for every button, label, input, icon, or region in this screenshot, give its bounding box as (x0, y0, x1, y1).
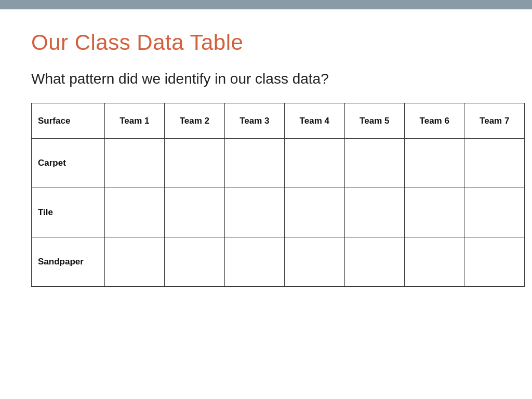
row-2-team-6 (405, 237, 464, 287)
row-0-team-1 (104, 139, 164, 188)
row-0-team-7 (464, 139, 525, 188)
row-0-label: Carpet (32, 139, 105, 188)
row-1-team-3 (224, 188, 284, 237)
subtitle: What pattern did we identify in our clas… (31, 71, 501, 87)
row-2-team-2 (165, 237, 224, 287)
row-0-team-2 (165, 139, 224, 188)
table-col-team-6: Team 6 (405, 103, 464, 139)
row-1-label: Tile (32, 188, 105, 237)
row-1-team-6 (405, 188, 464, 237)
page-title: Our Class Data Table (31, 30, 501, 55)
row-0-team-5 (344, 139, 404, 188)
row-2-team-3 (224, 237, 284, 287)
table-row: Sandpaper (32, 237, 525, 287)
row-1-team-1 (104, 188, 164, 237)
table-col-surface: Surface (32, 103, 105, 139)
table-header-row: SurfaceTeam 1Team 2Team 3Team 4Team 5Tea… (32, 103, 525, 139)
table-col-team-7: Team 7 (464, 103, 525, 139)
table-col-team-3: Team 3 (224, 103, 284, 139)
row-2-team-7 (464, 237, 525, 287)
table-col-team-1: Team 1 (104, 103, 164, 139)
top-bar (0, 0, 532, 9)
table-col-team-4: Team 4 (285, 103, 344, 139)
row-0-team-3 (224, 139, 284, 188)
row-2-team-5 (344, 237, 404, 287)
row-1-team-7 (464, 188, 525, 237)
row-1-team-4 (285, 188, 344, 237)
row-2-team-4 (285, 237, 344, 287)
row-2-label: Sandpaper (32, 237, 105, 287)
table-col-team-2: Team 2 (165, 103, 224, 139)
row-0-team-6 (405, 139, 464, 188)
table-row: Carpet (32, 139, 525, 188)
main-content: Our Class Data Table What pattern did we… (0, 9, 532, 308)
row-1-team-2 (165, 188, 224, 237)
row-2-team-1 (104, 237, 164, 287)
row-1-team-5 (344, 188, 404, 237)
row-0-team-4 (285, 139, 344, 188)
table-col-team-5: Team 5 (344, 103, 404, 139)
class-data-table: SurfaceTeam 1Team 2Team 3Team 4Team 5Tea… (31, 103, 525, 287)
table-row: Tile (32, 188, 525, 237)
